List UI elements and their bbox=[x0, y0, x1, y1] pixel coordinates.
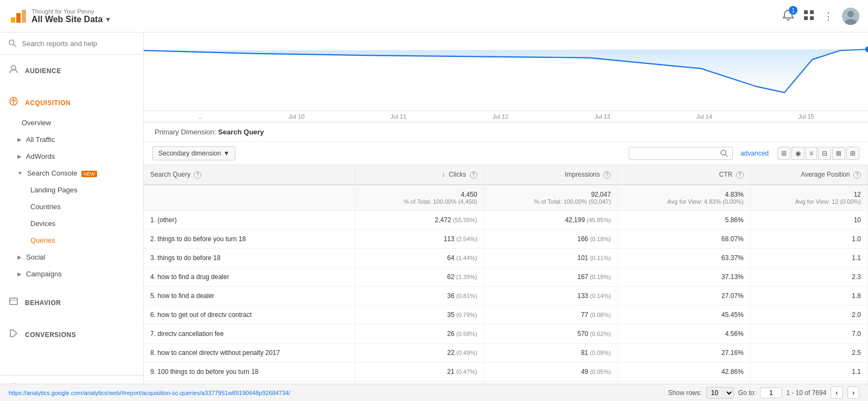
pivot-view-button[interactable]: ⊟ bbox=[818, 147, 831, 160]
search-filter-icon bbox=[720, 150, 728, 157]
col-clicks[interactable]: ↓ Clicks ? bbox=[355, 165, 484, 185]
primary-dimension-bar: Primary Dimension: Search Query bbox=[144, 122, 868, 142]
advanced-link[interactable]: advanced bbox=[741, 150, 769, 157]
nav-overview[interactable]: Overview bbox=[0, 114, 143, 131]
cell-ctr: 42.86% bbox=[618, 363, 750, 381]
goto-input[interactable] bbox=[760, 387, 782, 398]
sidebar-item-behavior[interactable]: BEHAVIOR bbox=[0, 291, 143, 314]
date-label: Jul 14 bbox=[696, 113, 712, 120]
new-badge: NEW bbox=[81, 171, 97, 177]
cell-query: 9. 100 things to do before you turn 18 bbox=[144, 363, 355, 381]
nav-social[interactable]: ▶ Social bbox=[0, 249, 143, 266]
grid-icon bbox=[803, 9, 815, 21]
date-label: Jul 13 bbox=[595, 113, 610, 120]
nav-queries[interactable]: Queries bbox=[0, 232, 143, 249]
grid-view-button[interactable]: ⊞ bbox=[846, 147, 859, 160]
table-view-button[interactable]: ⊞ bbox=[777, 147, 790, 160]
help-icon[interactable]: ? bbox=[736, 171, 744, 179]
nav-campaigns[interactable]: ▶ Campaigns bbox=[0, 266, 143, 282]
audience-label: AUDIENCE bbox=[25, 67, 61, 75]
primary-dim-label: Primary Dimension: bbox=[155, 128, 216, 136]
svg-rect-4 bbox=[804, 10, 808, 14]
secondary-dimension-button[interactable]: Secondary dimension ▼ bbox=[152, 146, 235, 160]
header-site-info: Thought for Your Penny All Web Site Data… bbox=[31, 8, 111, 24]
notifications-button[interactable]: 1 bbox=[782, 9, 794, 23]
conversions-section: CONVERSIONS bbox=[0, 319, 143, 351]
table-row: 7. directv cancellation fee 26 (0.58%) 5… bbox=[144, 325, 868, 344]
nav-all-traffic[interactable]: ▶ All Traffic bbox=[0, 131, 143, 148]
sidebar-item-conversions[interactable]: CONVERSIONS bbox=[0, 323, 143, 346]
cell-ctr: 27.16% bbox=[618, 344, 750, 363]
col-ctr[interactable]: CTR ? bbox=[618, 165, 750, 185]
compare-view-button[interactable]: ⊠ bbox=[832, 147, 845, 160]
nav-landing-pages[interactable]: Landing Pages bbox=[0, 182, 143, 198]
show-rows-select[interactable]: 10 25 50 100 bbox=[706, 387, 734, 399]
cell-ctr: 4.56% bbox=[618, 325, 750, 344]
pie-view-button[interactable]: ◉ bbox=[792, 147, 805, 160]
arrow-icon: ▶ bbox=[17, 137, 22, 143]
col-impressions[interactable]: Impressions ? bbox=[484, 165, 618, 185]
sidebar-item-audience[interactable]: AUDIENCE bbox=[0, 59, 143, 82]
arrow-icon: ▶ bbox=[17, 254, 22, 260]
cell-avg-position: 2.5 bbox=[750, 344, 867, 363]
cell-clicks: 62 (1.39%) bbox=[355, 268, 484, 287]
cell-query: 1. (other) bbox=[144, 211, 355, 230]
secondary-dim-label: Secondary dimension bbox=[158, 150, 221, 157]
conversions-icon bbox=[9, 328, 18, 341]
help-icon[interactable]: ? bbox=[194, 171, 201, 179]
goto-label: Go to: bbox=[738, 389, 756, 397]
cell-query: 8. how to cancel directv without penalty… bbox=[144, 344, 355, 363]
behavior-label: BEHAVIOR bbox=[25, 299, 61, 307]
property-dropdown-arrow[interactable]: ▼ bbox=[105, 16, 111, 23]
search-input[interactable] bbox=[22, 40, 135, 48]
prev-page-button[interactable]: ‹ bbox=[831, 386, 843, 399]
avatar[interactable] bbox=[842, 8, 859, 25]
cell-avg-position: 10 bbox=[750, 211, 867, 230]
help-icon[interactable]: ? bbox=[853, 171, 861, 179]
view-icons: ⊞ ◉ ≡ ⊟ ⊠ ⊞ bbox=[777, 147, 859, 160]
cell-impressions: 81 (0.09%) bbox=[484, 344, 618, 363]
apps-grid-button[interactable] bbox=[803, 9, 815, 23]
cell-clicks: 26 (0.58%) bbox=[355, 325, 484, 344]
cell-query: 3. things to do before 18 bbox=[144, 249, 355, 268]
property-name[interactable]: All Web Site Data ▼ bbox=[31, 15, 111, 24]
svg-point-19 bbox=[865, 46, 868, 52]
cell-impressions: 101 (0.11%) bbox=[484, 249, 618, 268]
cell-ctr: 68.07% bbox=[618, 230, 750, 249]
next-page-button[interactable]: › bbox=[847, 386, 859, 399]
table-row: 4. how to find a drug dealer 62 (1.39%) … bbox=[144, 268, 868, 287]
date-label: Jul 15 bbox=[798, 113, 814, 120]
more-options-button[interactable]: ⋮ bbox=[824, 10, 833, 22]
sidebar: AUDIENCE ACQUISITION Overview ▶ All Traf… bbox=[0, 33, 144, 401]
col-search-query[interactable]: Search Query ? bbox=[144, 165, 355, 185]
col-avg-position[interactable]: Average Position ? bbox=[750, 165, 867, 185]
cell-query: 7. directv cancellation fee bbox=[144, 325, 355, 344]
help-icon[interactable]: ? bbox=[470, 171, 477, 179]
nav-search-console[interactable]: ▼ Search Console NEW bbox=[0, 165, 143, 182]
acquisition-section: ACQUISITION Overview ▶ All Traffic ▶ AdW… bbox=[0, 87, 143, 287]
search-bar[interactable] bbox=[0, 33, 143, 55]
table-row: 2. things to do before you turn 18 113 (… bbox=[144, 230, 868, 249]
primary-dim-value: Search Query bbox=[218, 128, 264, 136]
sidebar-item-acquisition[interactable]: ACQUISITION bbox=[0, 91, 143, 114]
nav-adwords[interactable]: ▶ AdWords bbox=[0, 148, 143, 165]
show-rows-label: Show rows: bbox=[668, 389, 702, 397]
nav-devices[interactable]: Devices bbox=[0, 215, 143, 232]
svg-line-12 bbox=[14, 44, 16, 47]
behavior-section: BEHAVIOR bbox=[0, 287, 143, 319]
table-row: 1. (other) 2,472 (55.55%) 42,199 (45.85%… bbox=[144, 211, 868, 230]
arrow-down-icon: ▼ bbox=[17, 170, 23, 176]
cell-avg-position: 7.0 bbox=[750, 325, 867, 344]
search-filter-box[interactable] bbox=[629, 147, 733, 160]
cell-impressions: 77 (0.08%) bbox=[484, 306, 618, 325]
filter-input[interactable] bbox=[634, 150, 720, 157]
nav-countries[interactable]: Countries bbox=[0, 198, 143, 215]
help-icon[interactable]: ? bbox=[603, 171, 611, 179]
table-row: 8. how to cancel directv without penalty… bbox=[144, 344, 868, 363]
svg-line-21 bbox=[725, 154, 727, 157]
bar-view-button[interactable]: ≡ bbox=[806, 147, 817, 160]
cell-clicks: 35 (0.79%) bbox=[355, 306, 484, 325]
cell-ctr: 63.37% bbox=[618, 249, 750, 268]
chart-svg bbox=[144, 33, 868, 111]
svg-rect-6 bbox=[804, 16, 808, 20]
